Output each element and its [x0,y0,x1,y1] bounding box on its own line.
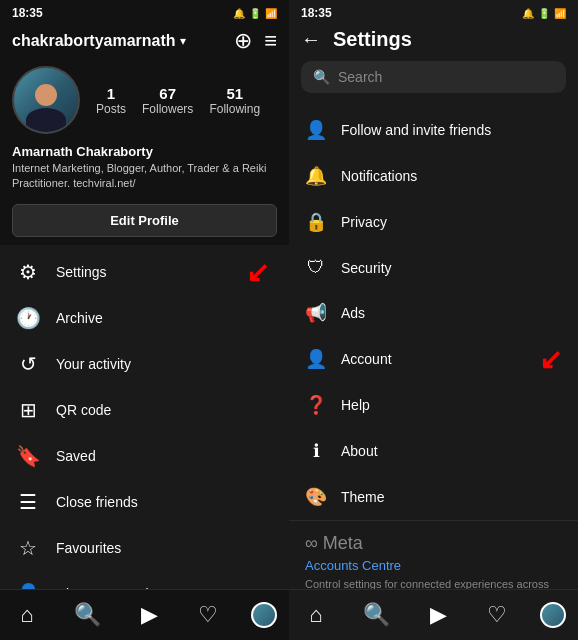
time-right: 18:35 [301,6,332,20]
meta-section: ∞ Meta Accounts Centre Control settings … [289,520,578,589]
search-nav-icon[interactable]: 🔍 [66,598,109,632]
help-label: Help [341,397,370,413]
status-bar-left: 18:35 🔔 🔋 📶 [0,0,289,24]
favourites-label: Favourites [56,540,121,556]
status-bar-right: 18:35 🔔 🔋 📶 [289,0,578,24]
security-icon: 🛡 [305,257,327,278]
add-icon[interactable]: ⊕ [234,28,252,54]
posts-count: 1 [107,85,115,102]
meta-logo: ∞ Meta [305,533,562,554]
settings-item-theme[interactable]: 🎨 Theme [289,474,578,520]
profile-nav-avatar[interactable] [251,602,277,628]
bell-icon-right: 🔔 [522,8,534,19]
signal-icon-right: 📶 [554,8,566,19]
profile-section: 1 Posts 67 Followers 51 Following [0,62,289,142]
red-arrow-account: ↙ [539,343,562,376]
bell-icon: 🔔 [233,8,245,19]
settings-item-account[interactable]: 👤 Account ↙ [289,336,578,382]
notifications-label: Notifications [341,168,417,184]
chevron-down-icon: ▾ [180,34,186,48]
menu-item-archive[interactable]: 🕐 Archive [0,295,289,341]
settings-title: Settings [333,28,412,51]
notifications-icon: 🔔 [305,165,327,187]
close-friends-label: Close friends [56,494,138,510]
left-panel: 18:35 🔔 🔋 📶 chakrabortyamarnath ▾ ⊕ ≡ 1 [0,0,289,640]
home-nav-right-icon[interactable]: ⌂ [301,598,330,632]
privacy-icon: 🔒 [305,211,327,233]
home-nav-icon[interactable]: ⌂ [12,598,41,632]
ads-label: Ads [341,305,365,321]
battery-icon-right: 🔋 [538,8,550,19]
settings-item-privacy[interactable]: 🔒 Privacy [289,199,578,245]
followers-count: 67 [159,85,176,102]
qr-icon: ⊞ [16,398,40,422]
search-nav-right-icon[interactable]: 🔍 [355,598,398,632]
stat-posts: 1 Posts [96,85,126,116]
reels-nav-icon[interactable]: ▶ [133,598,166,632]
heart-nav-icon[interactable]: ♡ [190,598,226,632]
menu-list: ⚙ Settings ↙ 🕐 Archive ↺ Your activity ⊞… [0,245,289,589]
qr-label: QR code [56,402,111,418]
activity-label: Your activity [56,356,131,372]
stat-following: 51 Following [209,85,260,116]
posts-label: Posts [96,102,126,116]
top-icons: ⊕ ≡ [234,28,277,54]
saved-icon: 🔖 [16,444,40,468]
stats-row: 1 Posts 67 Followers 51 Following [96,85,260,116]
following-count: 51 [226,85,243,102]
heart-nav-right-icon[interactable]: ♡ [479,598,515,632]
username-row[interactable]: chakrabortyamarnath ▾ [12,32,186,50]
red-arrow-settings: ↙ [246,255,269,288]
security-label: Security [341,260,392,276]
settings-item-about[interactable]: ℹ About [289,428,578,474]
profile-bio: Internet Marketing, Blogger, Author, Tra… [12,161,277,192]
accounts-centre-link[interactable]: Accounts Centre [305,558,562,573]
settings-item-notifications[interactable]: 🔔 Notifications [289,153,578,199]
menu-item-settings[interactable]: ⚙ Settings ↙ [0,249,289,295]
theme-icon: 🎨 [305,486,327,508]
menu-item-favourites[interactable]: ☆ Favourites [0,525,289,571]
edit-profile-button[interactable]: Edit Profile [12,204,277,237]
settings-header: ← Settings [289,24,578,61]
stat-followers: 67 Followers [142,85,193,116]
menu-item-discover[interactable]: 👤 Discover people [0,571,289,589]
settings-item-security[interactable]: 🛡 Security [289,245,578,290]
back-button[interactable]: ← [301,28,321,51]
about-icon: ℹ [305,440,327,462]
time-left: 18:35 [12,6,43,20]
right-panel: 18:35 🔔 🔋 📶 ← Settings 🔍 Search 👤 Follow… [289,0,578,640]
privacy-label: Privacy [341,214,387,230]
search-icon: 🔍 [313,69,330,85]
menu-icon[interactable]: ≡ [264,28,277,54]
follow-label: Follow and invite friends [341,122,491,138]
search-bar[interactable]: 🔍 Search [301,61,566,93]
settings-item-follow[interactable]: 👤 Follow and invite friends [289,107,578,153]
reels-nav-right-icon[interactable]: ▶ [422,598,455,632]
bottom-nav-left: ⌂ 🔍 ▶ ♡ [0,589,289,640]
menu-item-saved[interactable]: 🔖 Saved [0,433,289,479]
settings-item-ads[interactable]: 📢 Ads [289,290,578,336]
menu-item-qr[interactable]: ⊞ QR code [0,387,289,433]
archive-label: Archive [56,310,103,326]
saved-label: Saved [56,448,96,464]
menu-item-close-friends[interactable]: ☰ Close friends [0,479,289,525]
following-label: Following [209,102,260,116]
bottom-nav-right: ⌂ 🔍 ▶ ♡ [289,589,578,640]
favourites-icon: ☆ [16,536,40,560]
settings-item-help[interactable]: ❓ Help [289,382,578,428]
signal-icon: 📶 [265,8,277,19]
archive-icon: 🕐 [16,306,40,330]
username: chakrabortyamarnath [12,32,176,50]
discover-label: Discover people [56,586,156,589]
account-label: Account [341,351,392,367]
avatar [12,66,80,134]
profile-nav-right-avatar[interactable] [540,602,566,628]
menu-item-activity[interactable]: ↺ Your activity [0,341,289,387]
settings-list: 👤 Follow and invite friends 🔔 Notificati… [289,103,578,589]
followers-label: Followers [142,102,193,116]
settings-icon: ⚙ [16,260,40,284]
status-icons-right: 🔔 🔋 📶 [522,8,566,19]
status-icons-left: 🔔 🔋 📶 [233,8,277,19]
discover-icon: 👤 [16,582,40,589]
ads-icon: 📢 [305,302,327,324]
